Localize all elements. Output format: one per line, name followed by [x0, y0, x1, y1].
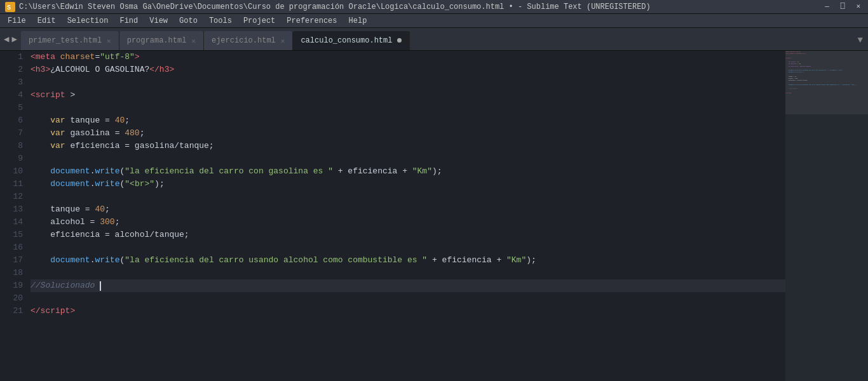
code-line-8: var eficiencia = gasolina/tanque; [31, 140, 785, 152]
line-num-8: 8 [0, 140, 23, 152]
code-line-18 [31, 267, 785, 279]
code-line-15: eficiencia = alcohol/tanque; [31, 229, 785, 241]
tab-dirty-indicator [397, 38, 402, 43]
menu-project[interactable]: Project [238, 15, 280, 27]
tab-overflow-icon[interactable]: ▼ [858, 35, 863, 45]
code-line-20 [31, 292, 785, 305]
line-num-17: 17 [0, 254, 23, 267]
line-num-13: 13 [0, 203, 23, 216]
title-bar: S C:\Users\Edwin Steven Osma Ga\OneDrive… [0, 0, 868, 14]
menu-tools[interactable]: Tools [204, 15, 237, 27]
tab-label: programa.html [127, 36, 187, 45]
minimap-content: <meta charset="utf-8"> <h3>¿ALCOHOL O GA… [785, 51, 868, 94]
line-num-16: 16 [0, 241, 23, 254]
menu-find[interactable]: Find [114, 15, 143, 27]
code-line-3 [31, 76, 785, 89]
menu-selection[interactable]: Selection [62, 15, 114, 27]
close-button[interactable]: ✕ [853, 3, 863, 10]
tab-primer-test[interactable]: primer_test.html ✕ [21, 31, 119, 50]
code-area[interactable]: <meta charset="utf-8"> <h3>¿ALCOHOL O GA… [28, 51, 785, 381]
code-line-4: <script > [31, 89, 785, 102]
tag-open-1: <meta [31, 51, 60, 64]
title-bar-text: C:\Users\Edwin Steven Osma Ga\OneDrive\D… [19, 3, 651, 11]
tab-label: primer_test.html [29, 36, 102, 45]
menu-preferences[interactable]: Preferences [281, 15, 342, 27]
tab-calculo-consumo[interactable]: calculo_consumo.html [293, 31, 410, 50]
line-num-10: 10 [0, 165, 23, 178]
code-line-19[interactable]: //Solucionado [31, 279, 785, 292]
menu-view[interactable]: View [144, 15, 173, 27]
line-num-4: 4 [0, 89, 23, 102]
minimize-button[interactable]: — [822, 3, 832, 10]
line-num-14: 14 [0, 216, 23, 229]
line-num-3: 3 [0, 76, 23, 89]
tab-close-ejercicio[interactable]: ✕ [281, 37, 285, 45]
tab-prev-arrow[interactable]: ◀ [3, 34, 10, 44]
line-num-19: 19 [0, 279, 23, 292]
app-icon: S [5, 2, 15, 12]
code-line-2: <h3>¿ALCOHOL O GASOLINA?</h3> [31, 64, 785, 76]
line-num-1: 1 [0, 51, 23, 64]
code-line-6: var tanque = 40; [31, 114, 785, 127]
maximize-button[interactable]: ⎕ [838, 3, 848, 10]
title-bar-left: S C:\Users\Edwin Steven Osma Ga\OneDrive… [5, 2, 651, 12]
line-num-20: 20 [0, 292, 23, 305]
code-line-5 [31, 102, 785, 114]
line-num-7: 7 [0, 127, 23, 140]
code-line-10: document.write("la eficiencia del carro … [31, 165, 785, 178]
line-num-2: 2 [0, 64, 23, 76]
code-line-14: alcohol = 300; [31, 216, 785, 229]
code-line-21: </script> [31, 305, 785, 318]
line-num-12: 12 [0, 190, 23, 203]
tab-programa[interactable]: programa.html ✕ [119, 31, 204, 50]
menu-edit[interactable]: Edit [32, 15, 61, 27]
line-num-18: 18 [0, 267, 23, 279]
tab-next-arrow[interactable]: ▶ [10, 34, 18, 44]
line-numbers: 1 2 3 4 5 6 7 8 9 10 11 12 13 14 15 16 1… [0, 51, 28, 381]
line-num-15: 15 [0, 229, 23, 241]
svg-text:S: S [7, 4, 11, 11]
code-line-16 [31, 241, 785, 254]
tab-close-programa[interactable]: ✕ [191, 37, 196, 45]
code-line-17: document.write("la eficiencia del carro … [31, 254, 785, 267]
code-line-12 [31, 190, 785, 203]
minimap: <meta charset="utf-8"> <h3>¿ALCOHOL O GA… [785, 51, 868, 381]
menu-file[interactable]: File [3, 15, 31, 27]
line-num-11: 11 [0, 178, 23, 190]
menu-bar: File Edit Selection Find View Goto Tools… [0, 14, 868, 28]
code-line-7: var gasolina = 480; [31, 127, 785, 140]
line-num-6: 6 [0, 114, 23, 127]
tab-ejercicio[interactable]: ejercicio.html ✕ [204, 31, 293, 50]
tab-arrows: ◀ ▶ [0, 27, 21, 50]
code-line-11: document.write("<br>"); [31, 178, 785, 190]
code-line-1: <meta charset="utf-8"> [31, 51, 785, 64]
title-bar-controls[interactable]: — ⎕ ✕ [822, 3, 863, 10]
tab-label: calculo_consumo.html [301, 36, 392, 45]
tab-bar: ◀ ▶ primer_test.html ✕ programa.html ✕ e… [0, 28, 868, 51]
menu-goto[interactable]: Goto [174, 15, 203, 27]
tab-close-primer-test[interactable]: ✕ [107, 37, 111, 45]
code-line-13: tanque = 40; [31, 203, 785, 216]
tab-label: ejercicio.html [212, 36, 276, 45]
menu-help[interactable]: Help [344, 15, 372, 27]
text-cursor [100, 281, 101, 291]
editor-container: 1 2 3 4 5 6 7 8 9 10 11 12 13 14 15 16 1… [0, 51, 868, 381]
code-line-9 [31, 152, 785, 165]
line-num-9: 9 [0, 152, 23, 165]
line-num-5: 5 [0, 102, 23, 114]
line-num-21: 21 [0, 305, 23, 318]
